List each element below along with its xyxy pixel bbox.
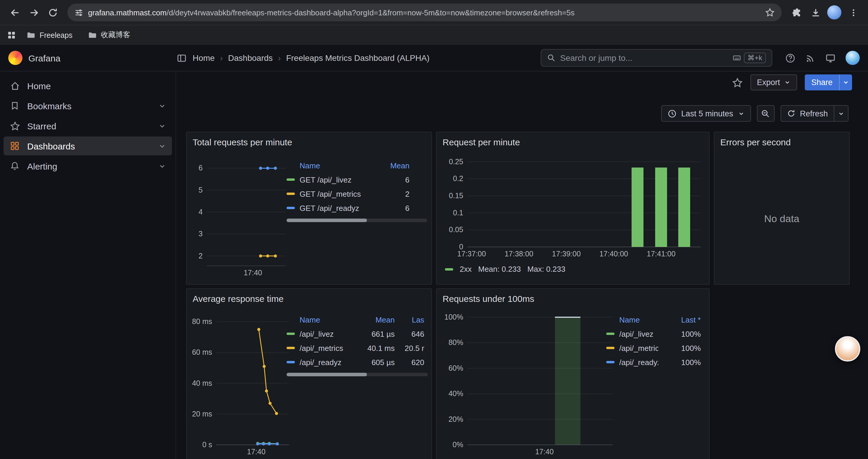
profile-avatar[interactable]	[826, 4, 843, 21]
sidebar-item-dashboards[interactable]: Dashboards	[4, 136, 172, 155]
legend-row: /api/_readyz605 µs620	[286, 355, 428, 369]
legend: 2xx Mean: 0.233 Max: 0.233	[445, 265, 565, 273]
bookmark-star-icon[interactable]	[765, 8, 775, 17]
grafana-app: Grafana Home › Dashboards › Freeleaps Me…	[0, 45, 868, 459]
panel-title[interactable]: Total requests per minute	[193, 137, 292, 147]
bar-chart[interactable]: 0.250.20.150.10.05017:37:0017:38:0017:39…	[441, 158, 701, 260]
series-color-icon	[286, 333, 295, 335]
assistant-avatar-button[interactable]	[835, 336, 860, 362]
legend-series-name[interactable]: GET /api/_readyz	[300, 203, 375, 212]
sidebar-item-starred[interactable]: Starred	[4, 117, 172, 135]
svg-text:17:37:00: 17:37:00	[457, 250, 486, 258]
timeseries-chart[interactable]: 80 ms60 ms40 ms20 ms0 s17:40	[191, 313, 289, 459]
breadcrumb-separator: ›	[220, 53, 223, 63]
help-icon[interactable]	[785, 53, 795, 63]
back-icon[interactable]	[6, 4, 24, 21]
legend-value: 6	[380, 203, 409, 212]
legend-row: /api/_livez661 µs646	[286, 327, 428, 341]
legend-series-name[interactable]: 2xx	[460, 265, 471, 273]
timeseries-chart[interactable]: 6543217:40	[191, 158, 286, 279]
bookmark-folder-freeleaps[interactable]: Freeleaps	[22, 28, 77, 42]
grafana-body: Home Bookmarks Starred	[0, 71, 868, 459]
zoom-out-button[interactable]	[756, 105, 774, 122]
panel-title[interactable]: Average response time	[193, 294, 284, 304]
sidebar-item-bookmarks[interactable]: Bookmarks	[4, 96, 172, 115]
keyboard-shortcut: ⌘+k	[733, 53, 766, 63]
legend-header[interactable]: Last *	[663, 315, 701, 324]
url-text[interactable]: grafana.mathmast.com/d/deytv4rwavabkb/fr…	[88, 8, 761, 17]
legend-row: /api/_readyz100%	[606, 355, 701, 369]
refresh-button[interactable]: Refresh	[780, 105, 834, 122]
export-button[interactable]: Export	[750, 74, 797, 90]
scrollbar-thumb[interactable]	[286, 219, 367, 222]
share-button[interactable]: Share	[805, 74, 839, 90]
breadcrumb-current: Freeleaps Metrics Dashboard (ALPHA)	[286, 53, 430, 63]
legend-header[interactable]: Mean	[380, 161, 409, 170]
legend-series-name[interactable]: /api/_readyz	[619, 358, 658, 366]
share-menu-caret[interactable]	[839, 74, 852, 90]
svg-text:0.2: 0.2	[453, 174, 463, 183]
address-bar[interactable]: grafana.mathmast.com/d/deytv4rwavabkb/fr…	[67, 4, 782, 21]
grafana-header: Grafana Home › Dashboards › Freeleaps Me…	[0, 45, 868, 71]
brand-name: Grafana	[28, 53, 60, 63]
legend-series-name[interactable]: /api/_livez	[619, 329, 658, 338]
panel-title[interactable]: Errors per second	[720, 137, 790, 147]
download-icon[interactable]	[807, 4, 824, 21]
legend-series-name[interactable]: /api/_metrics	[619, 343, 658, 352]
reload-icon[interactable]	[44, 4, 61, 21]
favorite-star-icon[interactable]	[732, 77, 743, 88]
header-actions	[785, 51, 860, 65]
svg-text:0%: 0%	[453, 440, 463, 449]
search-box[interactable]: ⌘+k	[541, 49, 772, 67]
legend-header[interactable]: Mean	[362, 315, 395, 324]
refresh-interval-caret[interactable]	[834, 105, 848, 122]
chevron-down-icon[interactable]	[158, 162, 166, 170]
time-range-picker[interactable]: Last 5 minutes	[661, 105, 751, 122]
grafana-logo-icon[interactable]	[8, 51, 23, 65]
panel-requests-under-100ms: Requests under 100ms 100%80%60%40%20%0%1…	[436, 288, 710, 459]
browser-window: grafana.mathmast.com/d/deytv4rwavabkb/fr…	[0, 0, 868, 459]
sidebar-item-home[interactable]: Home	[4, 76, 172, 95]
display-icon[interactable]	[826, 53, 836, 63]
news-rss-icon[interactable]	[805, 53, 815, 63]
dock-menu-icon[interactable]	[177, 53, 187, 63]
panel-title[interactable]: Request per minute	[442, 137, 520, 147]
legend-header[interactable]: Name	[619, 315, 658, 324]
legend-max-stat: Max: 0.233	[527, 265, 565, 273]
svg-text:17:38:00: 17:38:00	[505, 250, 533, 258]
legend-horizontal-scrollbar[interactable]	[286, 373, 428, 376]
legend-series-name[interactable]: /api/_readyz	[300, 358, 357, 366]
search-input[interactable]	[560, 53, 728, 63]
legend-header[interactable]: Name	[300, 161, 375, 170]
svg-text:17:41:00: 17:41:00	[647, 250, 675, 258]
breadcrumb-home[interactable]: Home	[193, 53, 215, 63]
breadcrumb-dashboards[interactable]: Dashboards	[228, 53, 273, 63]
forward-icon[interactable]	[25, 4, 42, 21]
legend-value: 40.1 ms	[362, 343, 395, 352]
chevron-down-icon[interactable]	[158, 142, 166, 150]
browser-menu-icon[interactable]	[844, 4, 862, 21]
legend-header[interactable]: Name	[300, 315, 357, 324]
time-controls: Last 5 minutes Refresh	[661, 105, 848, 122]
site-settings-icon[interactable]	[74, 8, 83, 17]
scrollbar-thumb[interactable]	[286, 373, 367, 376]
legend-table: NameLast */api/_livez100%/api/_metrics10…	[606, 313, 701, 369]
panel-title[interactable]: Requests under 100ms	[442, 294, 534, 304]
sidebar-item-label: Alerting	[27, 161, 57, 171]
chevron-down-icon[interactable]	[158, 102, 166, 109]
legend-series-name[interactable]: GET /api/_metrics	[300, 189, 375, 198]
legend-row: GET /api/_livez6	[286, 172, 427, 187]
bookmark-folder-blogs[interactable]: 收藏博客	[83, 28, 135, 42]
svg-text:60%: 60%	[448, 364, 463, 372]
legend-series-name[interactable]: /api/_livez	[300, 329, 357, 338]
apps-grid-icon[interactable]	[7, 31, 16, 40]
legend-header[interactable]: Las	[399, 315, 424, 324]
legend-horizontal-scrollbar[interactable]	[286, 219, 427, 222]
legend-series-name[interactable]: GET /api/_livez	[300, 175, 375, 184]
sidebar-item-alerting[interactable]: Alerting	[4, 157, 172, 175]
chevron-down-icon[interactable]	[158, 122, 166, 130]
user-avatar[interactable]	[845, 51, 860, 65]
extensions-icon[interactable]	[788, 4, 805, 21]
bar-chart[interactable]: 100%80%60%40%20%0%17:40	[441, 313, 613, 459]
legend-series-name[interactable]: /api/_metrics	[300, 343, 357, 352]
